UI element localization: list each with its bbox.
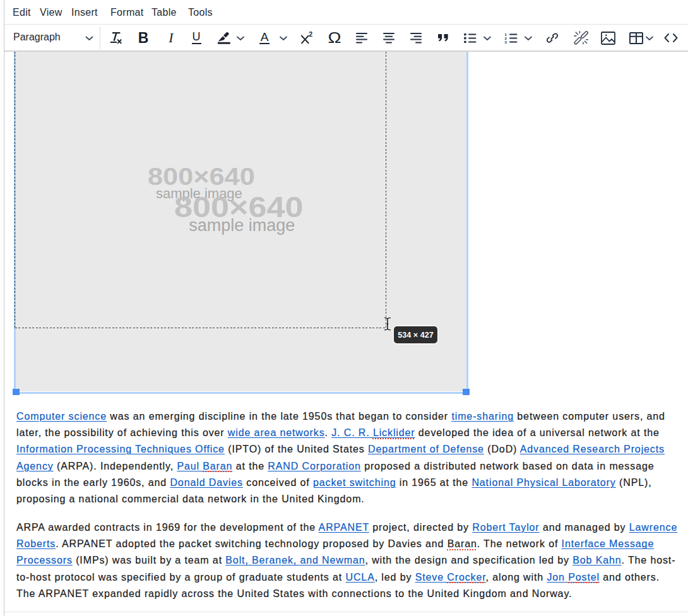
- svg-text:2: 2: [504, 36, 507, 40]
- svg-text:2: 2: [309, 32, 312, 38]
- svg-text:3: 3: [504, 40, 507, 43]
